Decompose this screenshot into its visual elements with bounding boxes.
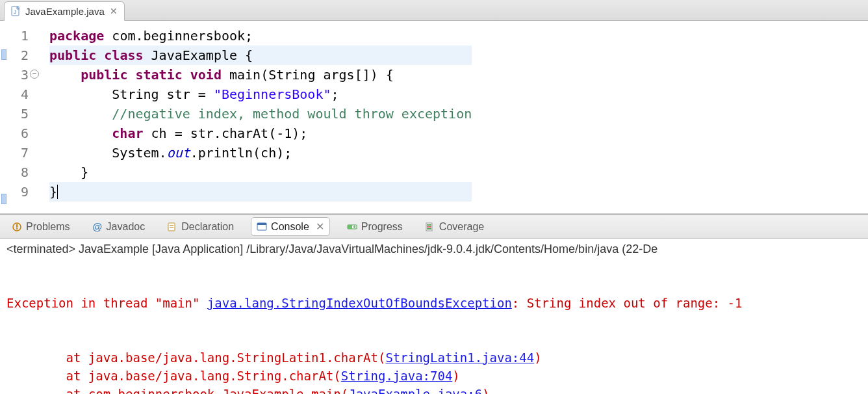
keyword-token: char [112,125,143,141]
code-token [183,67,190,83]
exception-class-link[interactable]: java.lang.StringIndexOutOfBoundsExceptio… [207,296,512,310]
field-token: out [167,145,190,161]
close-tab-icon[interactable]: ✕ [108,6,118,16]
console-output[interactable]: Exception in thread "main" java.lang.Str… [0,257,868,394]
stack-frame: at java.base/java.lang.StringLatin1.char… [6,348,862,367]
fold-toggle-icon[interactable]: − [30,70,39,79]
svg-rect-14 [427,226,431,228]
svg-rect-11 [348,225,352,229]
line-number: 9 [9,182,29,202]
stack-trace: at java.base/java.lang.StringLatin1.char… [6,348,862,394]
code-token: } [49,184,57,200]
tab-progress[interactable]: Progress [342,218,408,235]
stack-frame-text: at java.base/java.lang.String.charAt( [66,369,341,383]
stack-frame-text: ) [452,369,459,383]
source-link[interactable]: StringLatin1.java:44 [385,350,534,365]
code-line[interactable]: } [49,163,472,182]
tab-label: Javadoc [107,221,146,233]
source-link[interactable]: JavaExample.java:6 [348,387,482,394]
console-line: Exception in thread "main" java.lang.Str… [6,294,862,312]
tab-label: Problems [26,221,70,233]
tab-javadoc[interactable]: @ Javadoc [87,218,151,235]
line-number: 1 [9,26,29,46]
stack-frame-text: at com.beginnersbook.JavaExample.main( [66,387,349,394]
code-line[interactable]: public static void main(String args[]) { [49,65,472,85]
tab-coverage[interactable]: Coverage [420,218,489,235]
code-token: } [49,164,88,180]
exc-msg: : String index out of range: -1 [512,296,743,310]
code-token: ; [331,86,339,102]
keyword-token: public [49,47,96,63]
tab-declaration[interactable]: Declaration [162,218,239,235]
code-line[interactable]: } [49,182,472,202]
line-number: 2 [9,46,29,65]
source-link[interactable]: String.java:704 [341,369,453,383]
overview-mark [1,194,6,204]
comment-token: //negative index, method would throw exc… [112,106,472,122]
code-line[interactable]: //negative index, method would throw exc… [49,104,472,124]
line-number: 8 [9,163,29,182]
code-token [49,125,112,141]
svg-rect-4 [16,228,18,230]
exc-prefix: Exception in thread "main" [6,296,207,310]
tab-console[interactable]: Console ✕ [251,217,330,236]
problems-icon [12,222,22,232]
code-token: ch = str.charAt(-1); [144,125,308,141]
editor-tab[interactable]: J JavaExample.java ✕ [4,1,125,21]
code-token [49,106,112,122]
code-token [96,47,104,63]
javadoc-icon: @ [92,222,103,232]
code-line[interactable]: String str = "BeginnersBook"; [49,85,472,104]
tab-label: Declaration [181,221,234,233]
code-line[interactable]: public class JavaExample { [49,46,472,65]
line-number: 6 [9,124,29,143]
keyword-token: void [190,67,222,83]
bottom-panel: Problems @ Javadoc Declaration Console ✕ [0,215,868,394]
svg-rect-7 [170,227,173,228]
code-token: JavaExample { [144,47,253,63]
stack-frame: at com.beginnersbook.JavaExample.main(Ja… [6,385,862,394]
editor-tab-label: JavaExample.java [25,6,105,17]
keyword-token: class [104,47,143,63]
svg-rect-9 [257,223,266,225]
overview-ruler [0,26,9,202]
svg-rect-6 [170,225,173,226]
close-view-icon[interactable]: ✕ [313,220,324,233]
tab-label: Progress [361,221,403,233]
keyword-token: package [49,28,104,44]
code-line[interactable]: char ch = str.charAt(-1); [49,124,472,143]
keyword-token: static [135,67,182,83]
editor-pane: J JavaExample.java ✕ 123−456789 package … [0,0,868,214]
coverage-icon [425,222,435,232]
tab-label: Coverage [439,221,484,233]
svg-rect-3 [16,224,18,228]
tab-label: Console [271,221,309,233]
svg-text:J: J [14,9,16,15]
stack-frame-text: ) [534,350,541,365]
keyword-token: public [81,67,127,83]
svg-rect-13 [427,224,431,226]
stack-frame: at java.base/java.lang.String.charAt(Str… [6,367,862,385]
tab-problems[interactable]: Problems [6,218,75,235]
code-token: com.beginnersbook; [104,28,253,44]
code-token [49,67,81,83]
code-area[interactable]: package com.beginnersbook;public class J… [34,26,472,202]
console-process-header: <terminated> JavaExample [Java Applicati… [0,239,868,257]
code-line[interactable]: System.out.println(ch); [49,143,472,163]
svg-rect-15 [427,228,431,230]
console-icon [257,222,267,232]
bottom-view-tabs: Problems @ Javadoc Declaration Console ✕ [0,215,868,239]
stack-frame-text: at java.base/java.lang.StringLatin1.char… [66,350,386,365]
java-file-icon: J [11,6,21,16]
editor-body[interactable]: 123−456789 package com.beginnersbook;pub… [0,21,868,213]
stack-frame-text: ) [482,387,489,394]
string-token: "BeginnersBook" [214,86,331,102]
declaration-icon [167,222,177,232]
code-token: main(String args[]) { [222,67,394,83]
code-line[interactable]: package com.beginnersbook; [49,26,472,46]
overview-mark [1,49,6,60]
code-token [127,67,135,83]
line-number: 4 [9,85,29,104]
line-number: 7 [9,143,29,163]
line-number-gutter: 123−456789 [9,26,34,202]
